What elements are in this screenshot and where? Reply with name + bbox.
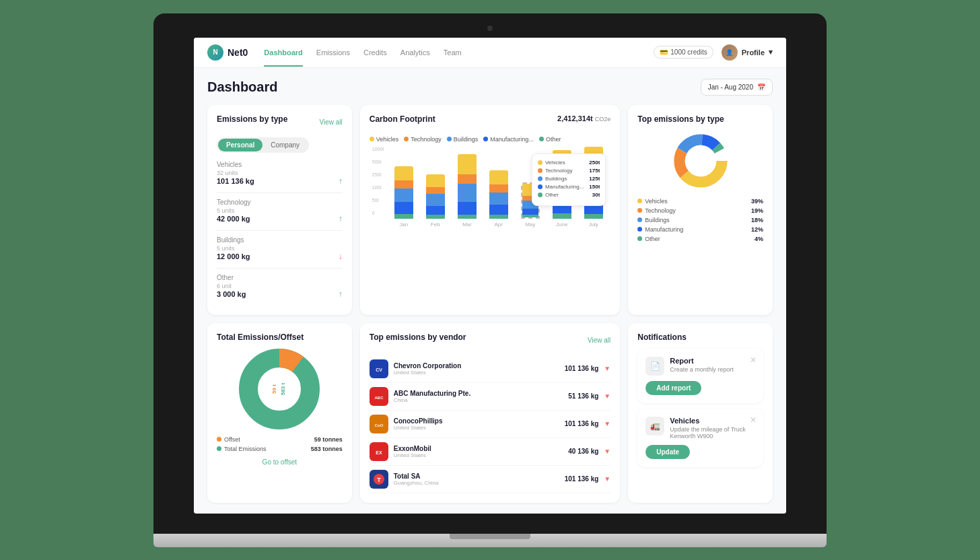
nav-dashboard[interactable]: Dashboard — [264, 46, 302, 59]
notification-vehicles-close[interactable]: ✕ — [750, 415, 757, 425]
logo[interactable]: N Net0 — [207, 44, 248, 61]
legend-buildings-dot — [447, 137, 452, 141]
notification-report-header: 📄 Report Create a monthly report — [645, 357, 755, 376]
donut-legend-buildings-left: Buildings — [637, 217, 670, 223]
bar-may[interactable]: May Vehicles — [516, 147, 545, 228]
bar-may-mfg — [522, 209, 538, 215]
notification-vehicles-content: Vehicles Update the mileage of Truck Ken… — [670, 417, 755, 440]
emission-other-label: Other — [217, 274, 343, 281]
svg-text:CoO: CoO — [374, 423, 383, 427]
svg-text:T: T — [377, 477, 381, 483]
tooltip-buildings-left: Buildings — [538, 176, 567, 182]
tooltip-mfg-left: Manufacturing... — [538, 184, 584, 190]
profile-button[interactable]: 👤 Profile ▾ — [722, 44, 773, 61]
donut-buildings-pct: 18% — [751, 217, 763, 223]
tooltip-vehicles-val: 250t — [589, 160, 600, 166]
carbon-title: Carbon Footprint — [370, 114, 435, 124]
notification-report-title: Report — [670, 357, 755, 365]
vendor-exxon-logo: EX — [370, 442, 388, 461]
svg-text:CV: CV — [376, 368, 382, 372]
conoco-logo-svg: CoO — [371, 416, 387, 432]
offset-offset-label: Offset — [224, 436, 240, 443]
credits-badge: 💳 1000 credits — [654, 46, 713, 59]
page-header: Dashboard Jan - Aug 2020 📅 — [207, 79, 773, 96]
donut-legend-vehicles-left: Vehicles — [637, 198, 668, 205]
donut-center — [685, 145, 715, 176]
tooltip-vehicles-dot — [538, 160, 542, 165]
donut-vehicles-dot — [637, 199, 642, 203]
credits-value: 1000 credits — [670, 48, 707, 56]
donut-svg — [670, 131, 731, 191]
offset-total-left: Total Emissions — [217, 446, 267, 452]
total-emissions-title: Total Emissions/Offset — [217, 332, 343, 342]
bar-apr-buildings — [489, 193, 508, 205]
go-to-offset[interactable]: Go to offset — [217, 458, 343, 466]
notification-report-close[interactable]: ✕ — [750, 355, 757, 365]
bar-mar-other — [458, 215, 477, 219]
vendor-exxon-location: United States — [394, 452, 563, 458]
emission-vehicles-label: Vehicles — [217, 161, 343, 168]
nav-credits[interactable]: Credits — [363, 46, 387, 59]
offset-inner-label-1: 59 t — [271, 384, 277, 393]
bar-mar-buildings — [458, 184, 477, 202]
notification-report: 📄 Report Create a monthly report ✕ Add r… — [637, 349, 763, 403]
legend-tech-label: Technology — [411, 136, 442, 143]
tooltip-buildings: Buildings 125t — [538, 176, 600, 182]
top-emissions-type-title: Top emissions by type — [637, 114, 763, 124]
nav-team[interactable]: Team — [444, 46, 462, 59]
toggle-company[interactable]: Company — [262, 139, 308, 151]
offset-donut: 59 t 583 t — [239, 349, 320, 429]
bar-mar-tech — [458, 174, 477, 183]
bar-feb-other — [426, 215, 445, 218]
bar-mar: Mar — [452, 147, 481, 228]
vendor-total: T Total SA Guangzhou, China 101 136 kg ▼ — [370, 466, 611, 493]
donut-mfg-dot — [637, 227, 642, 232]
go-to-offset-link[interactable]: Go to offset — [262, 458, 298, 466]
update-button[interactable]: Update — [645, 445, 690, 459]
vendor-table: CV Chevron Corporation United States 101… — [370, 355, 611, 493]
vendors-view-all[interactable]: View all — [588, 337, 610, 344]
legend-tech-dot — [404, 137, 409, 141]
vendor-exxon-name: ExxonMobil — [394, 445, 563, 452]
legend-technology: Technology — [404, 136, 442, 143]
bottom-cards-row: Total Emissions/Offset 5 — [207, 323, 773, 503]
donut-vehicles-label: Vehicles — [645, 198, 668, 205]
nav-emissions[interactable]: Emissions — [316, 46, 350, 59]
total-logo-svg: T — [371, 471, 387, 487]
emission-technology: Technology 5 units 42 000 kg ↑ — [217, 199, 343, 223]
carbon-unit: CO2e — [595, 116, 611, 123]
emission-vehicles-value: 101 136 kg — [217, 177, 254, 185]
date-filter[interactable]: Jan - Aug 2020 📅 — [701, 79, 773, 96]
tooltip-mfg-label: Manufacturing... — [545, 184, 584, 190]
tooltip-buildings-val: 125t — [589, 176, 600, 182]
legend-buildings: Buildings — [447, 136, 479, 143]
credits-icon: 💳 — [660, 48, 668, 56]
donut-other-label: Other — [645, 236, 660, 242]
y-axis: 1000t 500t 250t 100t 50t 0 — [372, 147, 384, 228]
vendor-abc-name: ABC Manufacturing Pte. — [394, 390, 563, 397]
svg-text:ABC: ABC — [374, 396, 384, 400]
bar-chart-container: 1000t 500t 250t 100t 50t 0 — [370, 147, 611, 228]
donut-wrap — [637, 131, 763, 191]
nav-analytics[interactable]: Analytics — [400, 46, 430, 59]
offset-legend: Offset 59 tonnes Total Emissions — [217, 436, 343, 452]
profile-label: Profile — [742, 48, 765, 57]
offset-total-dot — [217, 446, 221, 451]
legend-vehicles-dot — [370, 137, 374, 141]
donut-mfg-label: Manufacturing — [645, 226, 683, 233]
emissions-view-all[interactable]: View all — [319, 118, 342, 126]
vendor-conoco-arrow: ▼ — [604, 420, 610, 427]
vendor-chevron-value: 101 136 kg — [565, 365, 599, 372]
donut-legend: Vehicles 39% Technology 19% — [637, 198, 763, 242]
toggle-personal[interactable]: Personal — [218, 139, 262, 151]
add-report-button[interactable]: Add report — [645, 381, 701, 395]
bar-july-other — [584, 214, 603, 218]
top-cards-row: Emissions by type View all Personal Comp… — [207, 105, 773, 315]
tooltip-mfg-dot — [538, 184, 542, 189]
emission-other-row: 3 000 kg ↑ — [217, 289, 343, 299]
emission-tech-label: Technology — [217, 199, 343, 206]
nav-links: Dashboard Emissions Credits Analytics Te… — [264, 46, 637, 59]
legend-buildings-label: Buildings — [454, 136, 479, 143]
tooltip-tech-val: 175t — [589, 168, 600, 174]
abc-logo-svg: ABC — [371, 388, 387, 405]
